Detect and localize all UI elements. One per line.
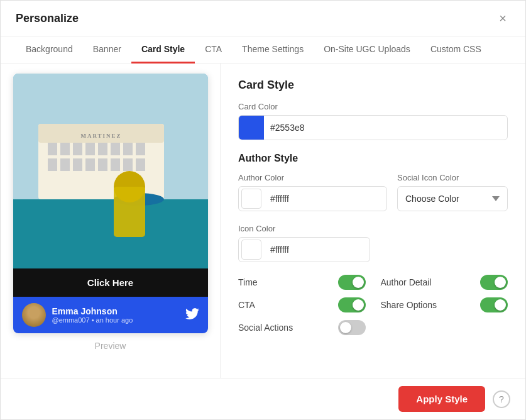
card-color-input[interactable] (264, 123, 507, 133)
avatar (22, 303, 46, 327)
author-color-input-row (238, 186, 387, 211)
author-info: Emma Johnson @emma007 • an hour ago (52, 306, 179, 324)
toggle-social-actions-label: Social Actions (238, 323, 293, 333)
author-style-section: Author Style Author Color Social Icon Co… (238, 153, 508, 335)
toggle-author-detail[interactable] (480, 275, 508, 290)
toggle-author-detail-row: Author Detail (381, 275, 508, 290)
toggle-share-options-slider (480, 297, 508, 312)
toggles-grid: Time Author Detail C (238, 275, 508, 335)
preview-label: Preview (95, 341, 126, 351)
tab-cta[interactable]: CTA (195, 36, 232, 64)
author-name: Emma Johnson (52, 306, 179, 316)
toggle-share-options-label: Share Options (381, 300, 437, 310)
author-color-field: Author Color (238, 173, 387, 224)
preview-panel: Click Here Emma Johnson @emma007 • an ho… (1, 64, 221, 378)
card-preview: Click Here Emma Johnson @emma007 • an ho… (13, 74, 208, 333)
icon-color-label: Icon Color (238, 224, 508, 233)
toggle-time-slider (338, 275, 366, 290)
toggle-cta-slider (338, 297, 366, 312)
tab-custom-css[interactable]: Custom CSS (420, 36, 491, 64)
content-area: Click Here Emma Johnson @emma007 • an ho… (1, 64, 525, 378)
social-icon-color-label: Social Icon Color (397, 173, 508, 182)
icon-color-swatch[interactable] (241, 240, 261, 260)
toggle-social-actions[interactable] (338, 320, 366, 335)
toggle-time-row: Time (238, 275, 366, 290)
card-color-label: Card Color (238, 102, 508, 111)
toggle-author-detail-label: Author Detail (381, 277, 432, 287)
tabs-bar: Background Banner Card Style CTA Theme S… (1, 36, 525, 64)
icon-color-input-row (238, 237, 370, 262)
tab-background[interactable]: Background (16, 36, 83, 64)
author-color-input[interactable] (264, 194, 386, 204)
icon-color-input[interactable] (264, 245, 370, 255)
settings-panel: Card Style Card Color Author Style Autho… (221, 64, 525, 378)
toggle-social-actions-slider (338, 320, 366, 335)
dialog-header: Personalize × (1, 1, 525, 36)
card-color-swatch[interactable] (239, 115, 264, 140)
close-button[interactable]: × (495, 11, 510, 26)
social-icon-color-select[interactable]: Choose Color (397, 186, 508, 211)
toggle-share-options[interactable] (480, 297, 508, 312)
tab-theme-settings[interactable]: Theme Settings (232, 36, 314, 64)
tab-banner[interactable]: Banner (83, 36, 131, 64)
card-footer: Emma Johnson @emma007 • an hour ago (13, 297, 208, 333)
toggle-time[interactable] (338, 275, 366, 290)
author-color-swatch[interactable] (241, 189, 261, 209)
toggle-author-detail-slider (480, 275, 508, 290)
author-color-label: Author Color (238, 173, 387, 182)
help-icon[interactable]: ? (493, 390, 510, 408)
toggle-cta-row: CTA (238, 297, 366, 312)
toggle-social-actions-row: Social Actions (238, 320, 366, 335)
social-icon-color-field: Social Icon Color Choose Color (397, 173, 508, 224)
card-color-input-row (238, 115, 508, 140)
card-image-overlay (13, 74, 208, 268)
toggle-share-options-row: Share Options (381, 297, 508, 312)
bottom-bar: Apply Style ? (1, 378, 525, 419)
twitter-icon (185, 307, 199, 324)
toggle-time-label: Time (238, 277, 258, 287)
tab-card-style[interactable]: Card Style (131, 36, 195, 64)
click-here-button[interactable]: Click Here (13, 268, 208, 297)
dialog-title: Personalize (16, 12, 79, 25)
card-style-section: Card Style Card Color (238, 79, 508, 140)
toggle-cta[interactable] (338, 297, 366, 312)
personalize-dialog: Personalize × Background Banner Card Sty… (0, 0, 526, 420)
author-style-title: Author Style (238, 153, 508, 164)
icon-color-field: Icon Color (238, 224, 508, 262)
author-social-row: Author Color Social Icon Color Choose Co… (238, 173, 508, 224)
toggle-cta-label: CTA (238, 300, 255, 310)
card-style-title: Card Style (238, 79, 508, 92)
tab-on-site-ugc-uploads[interactable]: On-Site UGC Uploads (314, 36, 420, 64)
author-handle: @emma007 • an hour ago (52, 316, 179, 324)
card-image (13, 74, 208, 268)
apply-style-button[interactable]: Apply Style (398, 386, 485, 412)
